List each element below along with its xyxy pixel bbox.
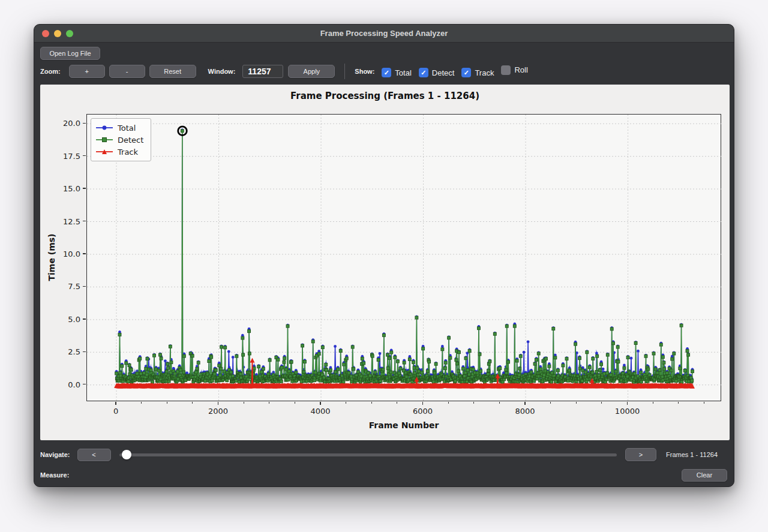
- window-size-input[interactable]: [242, 65, 283, 78]
- zoom-in-button[interactable]: +: [69, 65, 105, 78]
- x-minor-tick: [704, 402, 704, 404]
- chart-canvas[interactable]: [87, 115, 722, 402]
- y-tick: [83, 221, 86, 221]
- titlebar: Frame Processing Speed Analyzer: [34, 25, 734, 43]
- y-tick: [83, 155, 86, 156]
- x-minor-tick: [244, 402, 244, 404]
- checkbox-detect[interactable]: ✓Detect: [419, 68, 455, 77]
- window-title: Frame Processing Speed Analyzer: [320, 29, 448, 38]
- x-minor-tick: [167, 402, 167, 404]
- y-tick-label: 2.5: [68, 347, 80, 356]
- reset-zoom-button[interactable]: Reset: [149, 65, 196, 78]
- x-axis-label: Frame Number: [86, 420, 721, 430]
- x-tick-label: 6000: [413, 407, 433, 416]
- x-tick: [320, 402, 320, 405]
- x-tick: [422, 402, 423, 405]
- measure-row: Measure: Clear: [40, 468, 727, 482]
- x-minor-tick: [346, 402, 346, 404]
- checkbox-checked-icon[interactable]: ✓: [382, 68, 391, 77]
- y-tick-label: 12.5: [63, 217, 80, 226]
- x-minor-tick: [192, 402, 193, 404]
- checkbox-checked-icon[interactable]: ✓: [419, 68, 428, 77]
- open-log-file-button[interactable]: Open Log File: [40, 47, 100, 60]
- y-tick-label: 0.0: [68, 380, 80, 389]
- x-minor-tick: [141, 402, 142, 404]
- y-tick-label: 10.0: [63, 249, 80, 258]
- app-window: Frame Processing Speed Analyzer Open Log…: [34, 24, 734, 487]
- checkbox-checked-icon[interactable]: ✓: [461, 68, 471, 77]
- clear-measure-button[interactable]: Clear: [682, 469, 727, 482]
- show-label: Show:: [355, 68, 374, 75]
- apply-button[interactable]: Apply: [288, 65, 335, 78]
- slider-thumb[interactable]: [122, 450, 131, 459]
- x-tick-label: 0: [113, 407, 118, 416]
- frame-range-text: Frames 1 - 11264: [666, 451, 727, 458]
- circle-marker-icon: [95, 124, 113, 132]
- x-minor-tick: [269, 402, 269, 404]
- close-button[interactable]: [42, 30, 49, 37]
- toolbar-row-2: Zoom: + - Reset Window: Apply Show: ✓Tot…: [40, 65, 535, 78]
- x-tick-label: 10000: [615, 407, 640, 416]
- y-tick: [83, 123, 86, 124]
- measure-label: Measure:: [40, 471, 69, 479]
- show-checkbox-group: ✓Total✓Detect✓TrackRoll: [382, 65, 535, 78]
- y-tick: [83, 351, 86, 352]
- y-tick-label: 17.5: [63, 151, 80, 160]
- x-tick: [115, 402, 116, 405]
- x-tick: [218, 402, 218, 405]
- toolbar-row-1: Open Log File: [40, 47, 100, 60]
- y-tick: [83, 188, 86, 188]
- x-tick-label: 4000: [310, 407, 330, 416]
- legend-label: Detect: [118, 136, 143, 145]
- navigate-prev-button[interactable]: <: [77, 449, 111, 461]
- minimize-button[interactable]: [54, 30, 61, 37]
- checkbox-roll[interactable]: Roll: [501, 65, 527, 75]
- x-tick: [627, 402, 628, 405]
- x-minor-tick: [678, 402, 679, 404]
- x-minor-tick: [371, 402, 372, 404]
- traffic-lights: [42, 30, 73, 37]
- x-tick-label: 2000: [208, 407, 228, 416]
- checkbox-label: Roll: [514, 65, 527, 74]
- x-minor-tick: [397, 402, 397, 404]
- window-size-label: Window:: [208, 68, 236, 75]
- y-tick: [83, 384, 86, 384]
- toolbar-divider: [344, 64, 345, 79]
- square-marker-icon: [95, 136, 113, 144]
- x-minor-tick: [448, 402, 449, 404]
- legend-label: Total: [118, 124, 136, 133]
- y-tick-label: 7.5: [68, 282, 80, 291]
- x-minor-tick: [499, 402, 500, 404]
- legend-item-total: Total: [95, 122, 143, 134]
- checkbox-label: Track: [475, 68, 494, 77]
- legend-item-track: Track: [95, 146, 143, 158]
- y-tick: [83, 318, 86, 319]
- y-tick-label: 20.0: [63, 119, 80, 128]
- y-axis-label: Time (ms): [47, 233, 56, 281]
- chart-figure: Frame Processing (Frames 1 - 11264) Time…: [40, 85, 730, 440]
- plot-area[interactable]: [86, 114, 721, 401]
- legend-item-detect: Detect: [95, 134, 143, 146]
- checkbox-label: Detect: [432, 68, 455, 77]
- navigate-label: Navigate:: [40, 451, 70, 458]
- zoom-window-button[interactable]: [66, 30, 73, 37]
- chart-title: Frame Processing (Frames 1 - 11264): [40, 91, 730, 101]
- navigate-slider[interactable]: [119, 449, 617, 461]
- navigate-next-button[interactable]: >: [625, 448, 656, 461]
- checkbox-track[interactable]: ✓Track: [461, 68, 494, 77]
- y-tick-label: 15.0: [63, 184, 80, 193]
- x-minor-tick: [653, 402, 653, 404]
- checkbox-label: Total: [395, 68, 411, 77]
- checkbox-unchecked-box[interactable]: [501, 65, 511, 75]
- slider-track[interactable]: [119, 453, 617, 456]
- zoom-out-button[interactable]: -: [109, 65, 145, 78]
- x-minor-tick: [601, 402, 602, 404]
- navigate-row: Navigate: < > Frames 1 - 11264: [40, 447, 727, 462]
- checkbox-total[interactable]: ✓Total: [382, 68, 411, 77]
- legend-label: Track: [118, 148, 138, 157]
- y-tick: [83, 286, 86, 287]
- triangle-marker-icon: [95, 148, 113, 156]
- chart-legend: TotalDetectTrack: [91, 118, 151, 161]
- x-minor-tick: [576, 402, 577, 404]
- zoom-label: Zoom:: [40, 68, 61, 75]
